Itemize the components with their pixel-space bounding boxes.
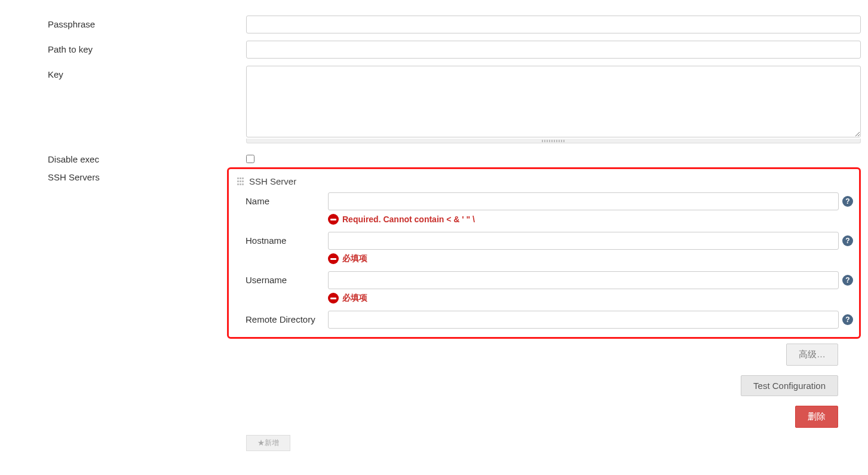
row-path-to-key: Path to key xyxy=(0,37,868,62)
ssh-server-header: SSH Server xyxy=(237,174,853,190)
key-textarea[interactable] xyxy=(246,66,861,137)
help-icon[interactable]: ? xyxy=(842,235,853,246)
ssh-label-username: Username xyxy=(246,271,328,285)
ssh-name-input[interactable] xyxy=(328,192,839,210)
ssh-hostname-input[interactable] xyxy=(328,232,839,250)
ssh-username-input[interactable] xyxy=(328,271,839,289)
error-icon xyxy=(328,253,339,264)
help-icon[interactable]: ? xyxy=(842,275,853,286)
label-ssh-servers: SSH Servers xyxy=(0,168,198,182)
textarea-resize-grip[interactable] xyxy=(246,139,861,143)
disable-exec-checkbox[interactable] xyxy=(246,155,254,163)
help-icon[interactable]: ? xyxy=(842,196,853,207)
ssh-hostname-error: 必填项 xyxy=(328,250,853,266)
label-disable-exec: Disable exec xyxy=(0,151,198,164)
ssh-server-title: SSH Server xyxy=(249,176,296,186)
path-to-key-input[interactable] xyxy=(246,41,861,59)
ssh-server-highlight-box: SSH Server Name ? Required. Cannot conta… xyxy=(227,167,861,339)
passphrase-input[interactable] xyxy=(246,16,861,33)
ssh-username-error-text: 必填项 xyxy=(342,293,367,304)
error-icon xyxy=(328,214,339,225)
ssh-remote-directory-input[interactable] xyxy=(328,311,839,329)
label-passphrase: Passphrase xyxy=(0,16,198,29)
ssh-name-error: Required. Cannot contain < & ' " \ xyxy=(328,210,853,227)
help-icon[interactable]: ? xyxy=(842,314,853,325)
ssh-hostname-error-text: 必填项 xyxy=(342,253,367,264)
ssh-label-remote-directory: Remote Directory xyxy=(246,311,328,324)
ssh-row-hostname: Hostname ? 必填项 xyxy=(246,229,853,269)
delete-button[interactable]: 删除 xyxy=(795,406,838,428)
advanced-button[interactable]: 高级… xyxy=(786,344,838,366)
error-icon xyxy=(328,293,339,304)
drag-handle-icon[interactable] xyxy=(237,177,246,186)
label-path-to-key: Path to key xyxy=(0,41,198,54)
row-ssh-servers: SSH Servers SSH Server Name ? xyxy=(0,168,868,433)
ssh-label-name: Name xyxy=(246,192,328,206)
ssh-row-name: Name ? Required. Cannot contain < & ' " … xyxy=(246,190,853,229)
row-passphrase: Passphrase xyxy=(0,12,868,37)
ssh-username-error: 必填项 xyxy=(328,289,853,306)
label-key: Key xyxy=(0,66,198,79)
row-disable-exec: Disable exec xyxy=(0,147,868,168)
ssh-row-username: Username ? 必填项 xyxy=(246,269,853,308)
ssh-row-remote-directory: Remote Directory ? xyxy=(246,308,853,331)
add-button[interactable]: ★新增 xyxy=(246,435,290,451)
ssh-label-hostname: Hostname xyxy=(246,232,328,246)
ssh-name-error-text: Required. Cannot contain < & ' " \ xyxy=(342,214,475,224)
row-key: Key xyxy=(0,62,868,147)
test-configuration-button[interactable]: Test Configuration xyxy=(741,375,838,396)
